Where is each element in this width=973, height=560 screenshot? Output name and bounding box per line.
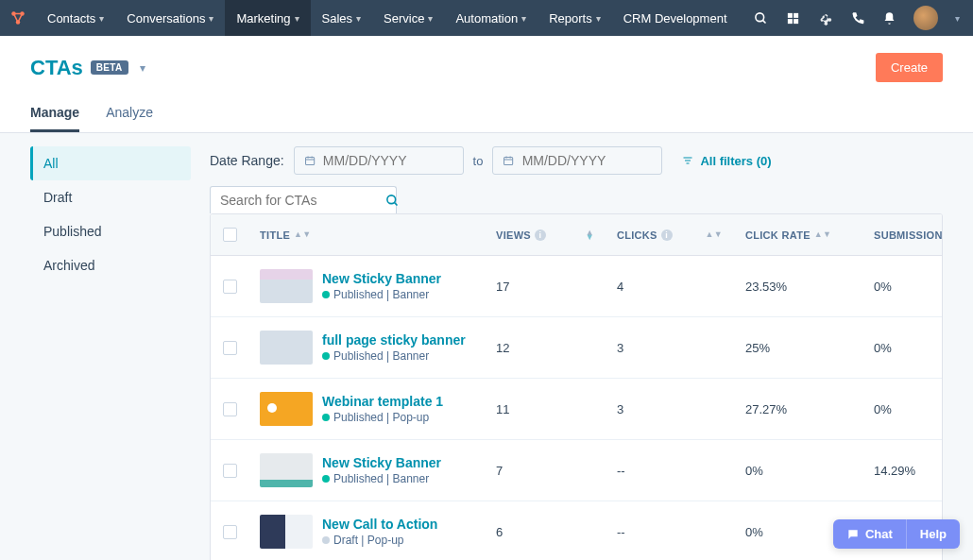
marketplace-icon[interactable] (785, 10, 800, 25)
table-row[interactable]: New Call to ActionDraft | Pop-up6--0%0% (211, 501, 942, 560)
calendar-icon (304, 154, 316, 167)
select-all-checkbox[interactable] (223, 228, 237, 242)
help-label: Help (920, 527, 947, 541)
bell-icon[interactable] (881, 10, 896, 25)
nav-item-reports[interactable]: Reports▾ (538, 0, 612, 36)
svg-point-3 (755, 12, 763, 21)
views-cell: 6 (485, 501, 606, 560)
sidebar-item-all[interactable]: All (30, 146, 191, 180)
phone-icon[interactable] (849, 10, 864, 25)
svg-rect-6 (794, 12, 798, 17)
sidebar-item-published[interactable]: Published (30, 214, 191, 248)
row-checkbox[interactable] (223, 280, 237, 294)
row-checkbox[interactable] (223, 464, 237, 478)
table-row[interactable]: New Sticky BannerPublished | Banner17423… (211, 256, 942, 317)
calendar-icon (503, 154, 514, 167)
submissions-cell: 14.29% (862, 440, 938, 501)
date-from-input[interactable] (294, 146, 464, 175)
cta-title[interactable]: New Sticky Banner (322, 271, 441, 286)
submissions-cell: 0% (862, 256, 938, 316)
nav-item-contacts[interactable]: Contacts▾ (36, 0, 115, 36)
cta-status: Published | Banner (322, 288, 441, 301)
tabs: ManageAnalyze (30, 95, 943, 132)
click-rate-cell: 0% (734, 440, 862, 501)
hubspot-logo-icon (9, 9, 26, 26)
cta-status: Published | Banner (322, 349, 466, 363)
svg-rect-8 (794, 19, 798, 24)
svg-rect-9 (305, 157, 314, 164)
cta-thumbnail (260, 331, 313, 365)
chat-icon (846, 528, 860, 541)
svg-rect-5 (787, 12, 792, 17)
nav-item-automation[interactable]: Automation▾ (444, 0, 538, 36)
chat-button[interactable]: Chat (833, 519, 907, 549)
status-dot-icon (322, 291, 330, 298)
views-cell: 11 (485, 379, 606, 439)
nav-item-service[interactable]: Service▾ (372, 0, 444, 36)
top-nav: Contacts▾Conversations▾Marketing▾Sales▾S… (0, 0, 973, 36)
table-row[interactable]: full page sticky bannerPublished | Banne… (211, 317, 942, 379)
th-submissions[interactable]: SUBMISSIONS (862, 214, 938, 255)
th-click-rate[interactable]: CLICK RATE▲▼ (734, 214, 862, 255)
cta-title[interactable]: full page sticky banner (322, 332, 466, 348)
row-checkbox[interactable] (223, 525, 237, 539)
date-to-field[interactable] (522, 153, 653, 168)
clicks-cell: -- (606, 440, 734, 501)
search-icon[interactable] (753, 10, 768, 25)
cta-status: Draft | Pop-up (322, 534, 437, 547)
nav-menu: Contacts▾Conversations▾Marketing▾Sales▾S… (36, 0, 739, 36)
filter-bar: Date Range: to All filters (0) (210, 146, 943, 175)
svg-rect-13 (504, 157, 513, 164)
chevron-down-icon: ▾ (955, 13, 960, 24)
cta-thumbnail (260, 269, 313, 303)
date-from-field[interactable] (323, 153, 453, 168)
row-checkbox[interactable] (223, 341, 237, 355)
submissions-cell: 0% (862, 317, 938, 378)
page-header: CTAs BETA ▾ Create ManageAnalyze (0, 36, 973, 133)
create-button[interactable]: Create (876, 53, 943, 82)
chat-label: Chat (865, 527, 893, 541)
search-input[interactable] (220, 193, 385, 208)
cta-thumbnail (260, 453, 313, 487)
svg-rect-7 (787, 19, 792, 24)
th-title[interactable]: TITLE▲▼ (248, 214, 485, 255)
tab-manage[interactable]: Manage (30, 95, 79, 132)
page-title: CTAs (30, 56, 83, 80)
table-row[interactable]: Webinar template 1Published | Pop-up1132… (211, 379, 942, 440)
date-to-input[interactable] (492, 146, 662, 175)
all-filters-label: All filters (0) (700, 154, 771, 168)
table-row[interactable]: New Sticky BannerPublished | Banner7--0%… (211, 440, 942, 501)
svg-line-21 (394, 202, 397, 205)
nav-item-sales[interactable]: Sales▾ (311, 0, 373, 36)
views-cell: 17 (485, 256, 606, 316)
sidebar-item-draft[interactable]: Draft (30, 180, 191, 214)
search-box[interactable] (210, 186, 397, 213)
nav-item-marketing[interactable]: Marketing▾ (225, 0, 310, 36)
filter-icon (681, 155, 694, 166)
cta-title[interactable]: New Call to Action (322, 517, 437, 532)
title-wrap[interactable]: CTAs BETA ▾ (30, 56, 145, 80)
row-checkbox[interactable] (223, 402, 237, 416)
chat-help-widget[interactable]: Chat Help (833, 519, 960, 549)
all-filters-button[interactable]: All filters (0) (681, 154, 771, 168)
chevron-down-icon: ▾ (140, 61, 145, 75)
th-views[interactable]: VIEWSi▲▼ (485, 214, 606, 255)
clicks-cell: 3 (606, 317, 734, 378)
th-clicks[interactable]: CLICKSi▲▼ (606, 214, 734, 255)
table-header: TITLE▲▼ VIEWSi▲▼ CLICKSi▲▼ CLICK RATE▲▼ … (211, 214, 942, 256)
search-icon[interactable] (385, 194, 400, 208)
cta-title[interactable]: Webinar template 1 (322, 394, 443, 409)
sidebar: AllDraftPublishedArchived (30, 146, 191, 560)
avatar[interactable] (913, 6, 938, 30)
status-dot-icon (322, 475, 330, 483)
cta-title[interactable]: New Sticky Banner (322, 455, 441, 470)
gear-icon[interactable] (817, 10, 832, 25)
nav-item-crm-development[interactable]: CRM Development (612, 0, 739, 36)
status-dot-icon (322, 536, 330, 544)
cta-status: Published | Pop-up (322, 411, 443, 424)
tab-analyze[interactable]: Analyze (106, 95, 153, 132)
status-dot-icon (322, 352, 330, 360)
sidebar-item-archived[interactable]: Archived (30, 248, 191, 282)
help-button[interactable]: Help (907, 519, 960, 549)
nav-item-conversations[interactable]: Conversations▾ (115, 0, 225, 36)
